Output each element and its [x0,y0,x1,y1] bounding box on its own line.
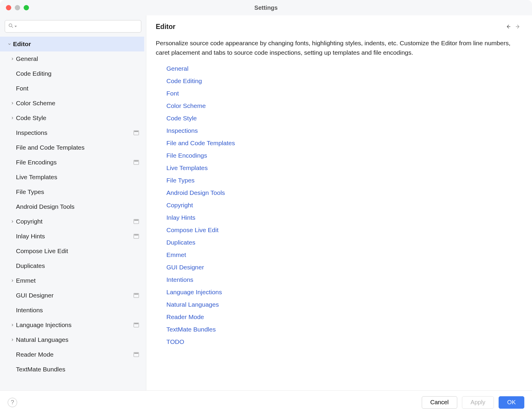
footer: ? Cancel Apply OK [0,390,532,414]
subpage-link[interactable]: Emmet [166,249,523,261]
chevron-right-icon[interactable] [9,116,16,120]
subpage-link[interactable]: Live Templates [166,162,523,174]
page-title: Editor [156,23,504,31]
tree-item-label: Duplicates [16,262,139,269]
tree-item-label: Editor [13,41,139,48]
nav-forward-button[interactable] [513,22,523,31]
subpage-link[interactable]: Copyright [166,199,523,211]
project-scope-icon [134,219,139,224]
traffic-lights [6,5,29,10]
tree-item[interactable]: Font [0,81,144,96]
subpage-link[interactable]: Language Injections [166,286,523,298]
tree-item[interactable]: General [0,51,144,66]
tree-item-label: File Encodings [16,159,134,166]
chevron-right-icon[interactable] [9,338,16,342]
close-window-icon[interactable] [6,5,11,10]
chevron-right-icon[interactable] [9,57,16,61]
subpage-link[interactable]: General [166,62,523,75]
sidebar: EditorGeneralCode EditingFontColor Schem… [0,15,146,390]
tree-item-label: Android Design Tools [16,203,139,210]
subpage-link[interactable]: Compose Live Edit [166,224,523,236]
search-input[interactable] [5,20,141,33]
apply-button[interactable]: Apply [462,396,494,409]
chevron-down-icon[interactable] [14,26,17,27]
tree-item-label: Code Style [16,114,139,122]
project-scope-icon [134,160,139,165]
cancel-button[interactable]: Cancel [422,396,457,409]
tree-item[interactable]: Inspections [0,125,144,140]
tree-item[interactable]: GUI Designer [0,288,144,303]
subpage-link[interactable]: Inlay Hints [166,211,523,224]
tree-item-label: File and Code Templates [16,144,139,151]
subpage-link[interactable]: TODO [166,336,523,348]
tree-item-label: Copyright [16,218,134,225]
subpage-link[interactable]: Code Style [166,112,523,124]
tree-item[interactable]: Duplicates [0,258,144,273]
subpage-link[interactable]: File Encodings [166,149,523,162]
tree-item[interactable]: Language Injections [0,318,144,332]
subpage-link[interactable]: File and Code Templates [166,137,523,149]
subpage-link[interactable]: Natural Languages [166,298,523,311]
settings-tree[interactable]: EditorGeneralCode EditingFontColor Schem… [0,37,146,390]
subpage-link[interactable]: Android Design Tools [166,187,523,199]
subpage-link[interactable]: Intentions [166,274,523,286]
window-title: Settings [0,4,532,11]
tree-item[interactable]: Editor [0,37,144,51]
tree-item[interactable]: Color Scheme [0,96,144,111]
page-description: Personalize source code appearance by ch… [156,38,519,57]
svg-point-0 [9,24,12,27]
nav-back-button[interactable] [504,22,513,31]
tree-item[interactable]: Copyright [0,214,144,229]
subpage-link[interactable]: File Types [166,174,523,187]
chevron-right-icon[interactable] [9,101,16,105]
tree-item[interactable]: Code Editing [0,66,144,81]
subpage-link[interactable]: Reader Mode [166,311,523,323]
tree-item[interactable]: Live Templates [0,170,144,185]
tree-item-label: Natural Languages [16,336,139,343]
tree-item[interactable]: File and Code Templates [0,140,144,155]
tree-item-label: Color Scheme [16,100,139,107]
subpage-link[interactable]: Duplicates [166,236,523,249]
help-button[interactable]: ? [8,398,17,407]
tree-item[interactable]: Inlay Hints [0,229,144,244]
tree-item-label: Intentions [16,307,139,314]
subpage-link[interactable]: Color Scheme [166,100,523,112]
subpage-link[interactable]: Code Editing [166,75,523,87]
tree-item-label: File Types [16,188,139,195]
tree-item[interactable]: Android Design Tools [0,199,144,214]
svg-line-1 [12,27,13,28]
chevron-right-icon[interactable] [9,219,16,224]
tree-item[interactable]: Reader Mode [0,347,144,362]
search-icon [8,23,14,30]
tree-item[interactable]: Compose Live Edit [0,244,144,258]
subpage-link[interactable]: TextMate Bundles [166,323,523,336]
tree-item[interactable]: File Encodings [0,155,144,170]
subpage-link[interactable]: Font [166,87,523,100]
chevron-right-icon[interactable] [9,279,16,283]
tree-item[interactable]: Natural Languages [0,332,144,347]
subpage-link[interactable]: Inspections [166,124,523,137]
subpage-link[interactable]: GUI Designer [166,261,523,274]
tree-item-label: Font [16,85,139,92]
minimize-window-icon[interactable] [15,5,20,10]
project-scope-icon [134,234,139,239]
tree-item-label: GUI Designer [16,292,134,299]
tree-item-label: TextMate Bundles [16,366,139,373]
tree-item[interactable]: Intentions [0,303,144,318]
tree-item-label: Live Templates [16,174,139,181]
tree-item[interactable]: Emmet [0,273,144,288]
chevron-right-icon[interactable] [9,323,16,327]
tree-item[interactable]: File Types [0,185,144,199]
ok-button[interactable]: OK [499,396,524,409]
zoom-window-icon[interactable] [24,5,29,10]
project-scope-icon [134,130,139,135]
tree-item-label: Emmet [16,277,139,284]
tree-item[interactable]: Code Style [0,111,144,125]
tree-item[interactable]: TextMate Bundles [0,362,144,377]
chevron-down-icon[interactable] [6,42,13,46]
project-scope-icon [134,323,139,327]
subpage-link-list: GeneralCode EditingFontColor SchemeCode … [166,62,523,348]
tree-item-label: Inspections [16,129,134,136]
project-scope-icon [134,293,139,298]
main-panel: Editor Personalize source code appearanc… [146,15,532,390]
